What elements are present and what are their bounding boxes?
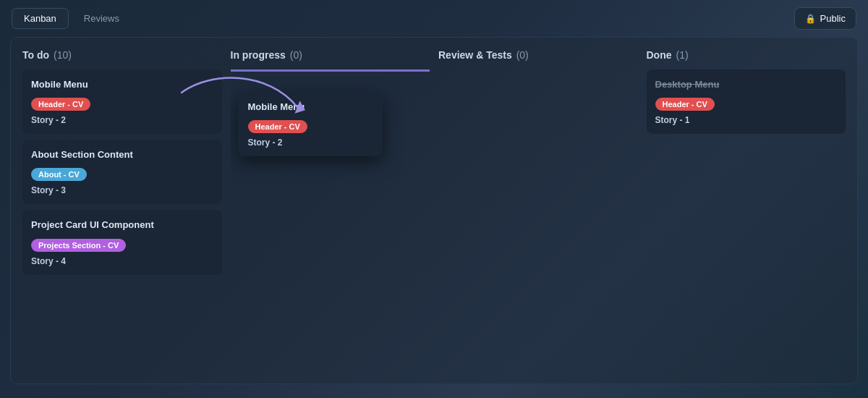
board-container: To do (10) Mobile Menu Header - CV Story… [10, 37, 858, 384]
card-desktop-menu[interactable]: Desktop Menu Header - CV Story - 1 [647, 69, 846, 134]
column-inprogress-cards: Mobile Menu Header - CV Story - 2 [231, 77, 430, 372]
tab-group: Kanban Reviews [12, 8, 132, 29]
column-review: Review & Tests (0) [438, 49, 638, 372]
column-review-cards [438, 69, 638, 372]
tag-about-cv: About - CV [31, 168, 87, 181]
inprogress-drop-indicator [231, 69, 430, 72]
column-todo-cards: Mobile Menu Header - CV Story - 2 About … [22, 69, 222, 372]
column-done: Done (1) Desktop Menu Header - CV Story … [647, 49, 846, 372]
card-about-section[interactable]: About Section Content About - CV Story -… [22, 140, 222, 204]
tag-header-cv-1: Header - CV [31, 98, 90, 111]
lock-icon: 🔒 [805, 14, 816, 24]
public-label: Public [820, 13, 846, 24]
tag-header-cv-done: Header - CV [655, 98, 715, 111]
column-done-title: Done [647, 49, 672, 61]
drag-preview-story: Story - 2 [248, 137, 373, 148]
column-todo-header: To do (10) [22, 49, 222, 61]
card-project-card[interactable]: Project Card UI Component Projects Secti… [22, 210, 222, 274]
column-done-count: (1) [676, 49, 689, 61]
column-review-header: Review & Tests (0) [438, 49, 638, 61]
tab-reviews[interactable]: Reviews [72, 8, 132, 29]
drag-preview-title: Mobile Menu [248, 101, 373, 114]
column-inprogress: In progress (0) Mobile Menu Header - CV … [231, 49, 430, 372]
top-bar: Kanban Reviews 🔒 Public [0, 0, 868, 37]
card-project-story: Story - 4 [31, 256, 213, 266]
column-inprogress-title: In progress [231, 49, 286, 61]
card-project-title: Project Card UI Component [31, 219, 213, 232]
tag-projects-cv: Projects Section - CV [31, 239, 126, 252]
columns-wrapper: To do (10) Mobile Menu Header - CV Story… [22, 49, 846, 372]
column-done-header: Done (1) [647, 49, 846, 61]
drag-preview-card: Mobile Menu Header - CV Story - 2 [238, 92, 383, 156]
column-done-cards: Desktop Menu Header - CV Story - 1 [647, 69, 846, 372]
card-about-story: Story - 3 [31, 185, 213, 195]
card-desktop-menu-title: Desktop Menu [655, 78, 838, 91]
card-about-title: About Section Content [31, 148, 213, 161]
column-todo-title: To do [22, 49, 49, 61]
column-review-title: Review & Tests [438, 49, 512, 61]
drag-preview-tag: Header - CV [248, 120, 307, 133]
column-todo-count: (10) [54, 49, 72, 61]
column-todo: To do (10) Mobile Menu Header - CV Story… [22, 49, 222, 372]
card-mobile-menu[interactable]: Mobile Menu Header - CV Story - 2 [22, 69, 222, 134]
card-mobile-menu-story: Story - 2 [31, 115, 213, 125]
public-button[interactable]: 🔒 Public [794, 7, 856, 30]
card-desktop-menu-story: Story - 1 [655, 115, 838, 125]
card-mobile-menu-title: Mobile Menu [31, 78, 213, 91]
tab-kanban[interactable]: Kanban [12, 8, 69, 29]
column-inprogress-count: (0) [290, 49, 302, 61]
column-review-count: (0) [516, 49, 529, 61]
column-inprogress-header: In progress (0) [231, 49, 430, 61]
